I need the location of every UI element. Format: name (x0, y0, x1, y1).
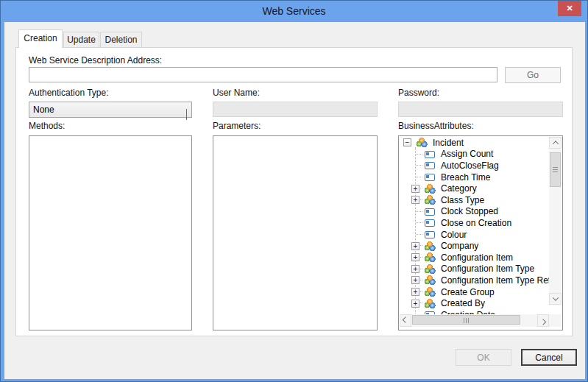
tree-expander-icon[interactable]: + (411, 185, 419, 193)
tree-item-label: Configuration Item (441, 252, 513, 263)
tab-creation[interactable]: Creation (18, 29, 63, 48)
class-node-icon (424, 252, 436, 263)
go-button[interactable]: Go (505, 67, 561, 83)
close-button[interactable]: ✕ (558, 1, 581, 16)
tree-item-label: Class Type (441, 195, 484, 205)
tree-rows: − Incident Assign Count AutoCloseFlag Br… (400, 137, 549, 314)
password-field[interactable] (398, 102, 563, 117)
horizontal-scroll-thumb[interactable] (412, 315, 520, 325)
scroll-up-button[interactable] (549, 137, 562, 149)
window-title: Web Services (1, 5, 587, 17)
tree-item-label: Close on Creation (441, 218, 511, 228)
tree-item[interactable]: AutoCloseFlag (400, 160, 549, 171)
password-label: Password: (398, 88, 439, 98)
tree-item[interactable]: + Class Type (400, 194, 549, 206)
business-attributes-tree[interactable]: − Incident Assign Count AutoCloseFlag Br… (398, 135, 563, 330)
tab-deletion[interactable]: Deletion (100, 32, 142, 47)
class-node-icon (416, 137, 428, 148)
chevron-down-icon (552, 294, 558, 300)
close-icon: ✕ (566, 4, 573, 13)
auth-type-selected-value: None (33, 105, 54, 115)
field-node-icon (424, 149, 436, 160)
class-node-icon (424, 183, 436, 194)
field-node-icon (424, 229, 436, 240)
class-node-icon (424, 241, 436, 252)
address-label: Web Service Description Address: (29, 55, 162, 66)
tree-expander-icon[interactable]: + (411, 196, 419, 204)
tree-horizontal-scrollbar[interactable] (400, 314, 549, 327)
field-node-icon (424, 160, 436, 171)
field-node-icon (424, 171, 436, 183)
scrollbar-corner (549, 314, 562, 327)
tree-item[interactable]: + Created By (400, 297, 549, 309)
tree-item-label: Clock Stopped (441, 206, 498, 216)
class-node-icon (424, 298, 436, 309)
tree-expander-icon[interactable]: + (411, 253, 419, 261)
tree-item-label: Configuration Item Type Refe (441, 275, 549, 286)
tree-item[interactable]: + Create Group (400, 286, 549, 298)
tree-item-label: Assign Count (441, 149, 493, 159)
tree-item-label: Category (441, 183, 477, 194)
class-node-icon (424, 275, 436, 286)
tree-item-label: AutoCloseFlag (441, 160, 499, 171)
tree-item-label: Create Group (441, 287, 495, 297)
tree-item[interactable]: + Configuration Item Type (400, 263, 549, 275)
field-node-icon (424, 217, 436, 228)
user-name-label: User Name: (213, 88, 260, 98)
class-node-icon (424, 194, 436, 205)
field-node-icon (424, 309, 436, 314)
field-node-icon (424, 206, 436, 217)
tree-expander-icon[interactable]: − (403, 138, 411, 146)
tree-item[interactable]: − Incident (400, 137, 549, 149)
tree-item-label: Breach Time (441, 172, 490, 183)
tree-item-label: Incident (433, 138, 464, 148)
tab-update[interactable]: Update (63, 32, 99, 47)
tree-vertical-scrollbar[interactable] (549, 137, 562, 305)
scroll-down-button[interactable] (549, 293, 562, 305)
parameters-listbox[interactable] (213, 135, 378, 330)
scroll-left-button[interactable] (400, 314, 411, 327)
chevron-left-icon (403, 316, 408, 322)
ok-button[interactable]: OK (456, 349, 511, 366)
business-attributes-label: BusinessAttributes: (398, 121, 474, 131)
tree-item[interactable]: Creation Date (400, 309, 549, 314)
tree-item-label: Created By (441, 298, 485, 308)
tree-item[interactable]: Close on Creation (400, 217, 549, 229)
scroll-right-button[interactable] (537, 314, 549, 327)
tree-expander-icon[interactable]: + (411, 276, 419, 284)
tree-item[interactable]: + Configuration Item (400, 252, 549, 263)
parameters-label: Parameters: (213, 121, 261, 131)
vertical-scroll-thumb[interactable] (550, 152, 561, 187)
tree-expander-icon[interactable]: + (411, 300, 419, 308)
tab-page-creation: Web Service Description Address: Go Auth… (15, 47, 573, 336)
chevron-up-icon (552, 141, 558, 146)
auth-type-label: Authentication Type: (29, 88, 109, 98)
wsdl-address-input[interactable] (29, 67, 497, 82)
tree-item-label: Configuration Item Type (441, 263, 534, 274)
cancel-button[interactable]: Cancel (521, 349, 577, 366)
tree-expander-icon[interactable]: + (411, 265, 419, 273)
chevron-down-icon (186, 107, 187, 122)
class-node-icon (424, 263, 436, 275)
tree-item[interactable]: Clock Stopped (400, 206, 549, 218)
tree-expander-icon[interactable]: + (411, 288, 419, 296)
methods-label: Methods: (29, 121, 65, 131)
tree-item-label: Colour (441, 230, 467, 240)
authentication-type-select[interactable]: None (29, 102, 192, 118)
user-name-field[interactable] (213, 102, 378, 117)
tree-item[interactable]: Colour (400, 229, 549, 241)
tree-item[interactable]: + Category (400, 183, 549, 194)
tree-item[interactable]: + Company (400, 240, 549, 252)
tree-item-label: Company (441, 241, 478, 251)
tree-item[interactable]: + Configuration Item Type Refe (400, 275, 549, 286)
chevron-right-icon (540, 319, 546, 325)
title-bar[interactable]: Web Services ✕ (1, 1, 587, 22)
web-services-dialog: Web Services ✕ Creation Update Deletion … (0, 0, 588, 382)
class-node-icon (424, 286, 436, 297)
tree-expander-icon[interactable]: + (411, 242, 419, 250)
dialog-body: Creation Update Deletion Web Service Des… (4, 22, 585, 379)
methods-listbox[interactable] (29, 135, 192, 330)
tree-item[interactable]: Breach Time (400, 171, 549, 183)
tree-item[interactable]: Assign Count (400, 149, 549, 160)
